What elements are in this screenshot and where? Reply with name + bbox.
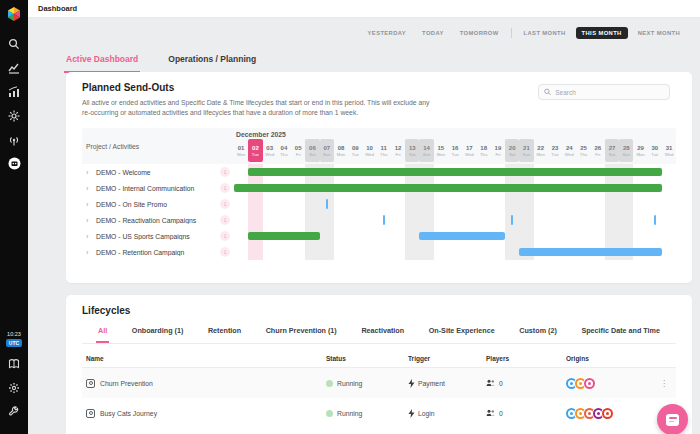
tools-wrench-icon[interactable] bbox=[7, 404, 22, 419]
gantt-bar[interactable] bbox=[248, 232, 319, 240]
gantt-day-14[interactable]: 14Sun bbox=[419, 139, 433, 162]
gantt-day-04[interactable]: 04Thu bbox=[277, 139, 291, 162]
status-running-dot bbox=[326, 380, 333, 387]
time-filter-yesterday[interactable]: YESTERDAY bbox=[362, 27, 413, 39]
gantt-day-24[interactable]: 24Wed bbox=[562, 139, 576, 162]
gantt-day-23[interactable]: 23Tue bbox=[548, 139, 562, 162]
chevron-right-icon[interactable]: › bbox=[86, 185, 92, 192]
chevron-right-icon[interactable]: › bbox=[86, 217, 92, 224]
project-count-badge: 1 bbox=[220, 183, 230, 193]
gantt-tick[interactable] bbox=[511, 215, 513, 225]
gantt-day-10[interactable]: 10Wed bbox=[362, 139, 376, 162]
time-filter-group: YESTERDAYTODAYTOMORROWLAST MONTHTHIS MON… bbox=[362, 27, 686, 39]
gantt-day-26[interactable]: 26Fri bbox=[591, 139, 605, 162]
lifecycle-tab-on-site-experience[interactable]: On-Site Experience bbox=[427, 321, 497, 343]
trigger-label: Login bbox=[418, 410, 435, 417]
cell-players: 0 bbox=[486, 379, 566, 387]
time-filter-tomorrow[interactable]: TOMORROW bbox=[454, 27, 505, 39]
chevron-right-icon[interactable]: › bbox=[86, 169, 92, 176]
project-count-badge: 1 bbox=[220, 167, 230, 177]
project-name[interactable]: DEMO - US Sports Campaigns bbox=[96, 233, 216, 240]
gantt-day-21[interactable]: 21Sun bbox=[519, 139, 533, 162]
gantt-day-31[interactable]: 31Wed bbox=[662, 139, 676, 162]
gantt-day-07[interactable]: 07Sun bbox=[320, 139, 334, 162]
gantt-day-30[interactable]: 30Tue bbox=[648, 139, 662, 162]
gantt-day-11[interactable]: 11Thu bbox=[377, 139, 391, 162]
lifecycle-name: Churn Prevention bbox=[100, 380, 153, 387]
leaderboard-icon[interactable] bbox=[7, 84, 22, 99]
gantt-tick[interactable] bbox=[326, 199, 328, 209]
project-name[interactable]: DEMO - Welcome bbox=[96, 169, 216, 176]
lifecycle-tab-specific-date-and-time[interactable]: Specific Date and Time bbox=[579, 321, 662, 343]
lifecycles-card: Lifecycles AllOnboarding (1)RetentionChu… bbox=[66, 295, 692, 434]
gantt-day-03[interactable]: 03Wed bbox=[263, 139, 277, 162]
gamification-icon[interactable] bbox=[7, 108, 22, 123]
gantt-day-18[interactable]: 18Thu bbox=[477, 139, 491, 162]
tab-operations-planning[interactable]: Operations / Planning bbox=[166, 48, 258, 73]
project-name[interactable]: DEMO - On Site Promo bbox=[96, 201, 216, 208]
gantt-day-08[interactable]: 08Mon bbox=[334, 139, 348, 162]
gantt-day-09[interactable]: 09Tue bbox=[348, 139, 362, 162]
project-row: ›DEMO - Internal Communication1 bbox=[82, 180, 234, 196]
gantt-day-16[interactable]: 16Tue bbox=[448, 139, 462, 162]
gantt-row bbox=[234, 180, 676, 196]
chevron-right-icon[interactable]: › bbox=[86, 233, 92, 240]
gantt-day-28[interactable]: 28Sun bbox=[619, 139, 633, 162]
gantt-day-17[interactable]: 17Wed bbox=[462, 139, 476, 162]
gantt-day-15[interactable]: 15Mon bbox=[434, 139, 448, 162]
chevron-right-icon[interactable]: › bbox=[86, 249, 92, 256]
docs-book-icon[interactable] bbox=[7, 356, 22, 371]
chat-launcher-button[interactable] bbox=[657, 404, 688, 434]
gantt-day-12[interactable]: 12Fri bbox=[391, 139, 405, 162]
project-name[interactable]: DEMO - Retention Campaign bbox=[96, 249, 216, 256]
lifecycle-tab-churn-prevention-1-[interactable]: Churn Prevention (1) bbox=[264, 321, 339, 343]
lifecycle-tab-custom-2-[interactable]: Custom (2) bbox=[517, 321, 559, 343]
cell-trigger: Payment bbox=[408, 379, 486, 388]
chevron-right-icon[interactable]: › bbox=[86, 201, 92, 208]
table-row[interactable]: Busy Cats JourneyRunningLogin0⋮ bbox=[82, 398, 676, 428]
time-filter-last-month[interactable]: LAST MONTH bbox=[518, 27, 572, 39]
gantt-tick[interactable] bbox=[383, 215, 385, 225]
lifecycle-tab-onboarding-1-[interactable]: Onboarding (1) bbox=[130, 321, 186, 343]
lifecycle-tab-all[interactable]: All bbox=[96, 321, 109, 343]
search-icon[interactable] bbox=[7, 36, 22, 51]
timezone-badge[interactable]: UTC bbox=[6, 339, 22, 347]
column-header-players: Players bbox=[486, 355, 566, 362]
time-filter-this-month[interactable]: THIS MONTH bbox=[576, 27, 628, 39]
broadcast-icon[interactable] bbox=[7, 132, 22, 147]
table-row[interactable]: Churn PreventionRunningPayment0⋮ bbox=[82, 368, 676, 398]
project-name[interactable]: DEMO - Internal Communication bbox=[96, 185, 216, 192]
gantt-day-01[interactable]: 01Mon bbox=[234, 139, 248, 162]
gantt-day-05[interactable]: 05Fri bbox=[291, 139, 305, 162]
column-header-origins: Origins bbox=[566, 355, 652, 362]
time-filter-today[interactable]: TODAY bbox=[416, 27, 450, 39]
gantt-day-13[interactable]: 13Sat bbox=[405, 139, 419, 162]
ai-bot-icon[interactable] bbox=[7, 156, 22, 171]
time-filter-next-month[interactable]: NEXT MONTH bbox=[632, 27, 686, 39]
gantt-bar[interactable] bbox=[248, 168, 661, 176]
gantt-bar[interactable] bbox=[234, 184, 662, 192]
gantt-day-25[interactable]: 25Thu bbox=[576, 139, 590, 162]
lightning-bolt-icon bbox=[408, 409, 415, 418]
row-menu-icon[interactable]: ⋮ bbox=[652, 379, 676, 388]
project-name[interactable]: DEMO - Reactivation Campaigns bbox=[96, 217, 216, 224]
settings-gear-icon[interactable] bbox=[7, 380, 22, 395]
gantt-bar[interactable] bbox=[519, 248, 662, 256]
analytics-chart-icon[interactable] bbox=[7, 60, 22, 75]
gantt-bar[interactable] bbox=[419, 232, 505, 240]
tab-active-dashboard[interactable]: Active Dashboard bbox=[64, 48, 140, 73]
gantt-day-06[interactable]: 06Sat bbox=[305, 139, 319, 162]
search-input[interactable] bbox=[555, 89, 664, 96]
gantt-timeline: December 2025 01Mon02Tue03Wed04Thu05Fri0… bbox=[234, 128, 676, 260]
gantt-day-20[interactable]: 20Sat bbox=[505, 139, 519, 162]
gantt-day-27[interactable]: 27Sat bbox=[605, 139, 619, 162]
gantt-day-02[interactable]: 02Tue bbox=[248, 139, 262, 162]
gantt-day-29[interactable]: 29Mon bbox=[633, 139, 647, 162]
lifecycle-tab-reactivation[interactable]: Reactivation bbox=[359, 321, 406, 343]
lifecycle-tab-retention[interactable]: Retention bbox=[206, 321, 243, 343]
gantt-day-22[interactable]: 22Mon bbox=[534, 139, 548, 162]
project-row: ›DEMO - US Sports Campaigns1 bbox=[82, 228, 234, 244]
gantt-day-19[interactable]: 19Fri bbox=[491, 139, 505, 162]
app-logo[interactable] bbox=[6, 6, 22, 22]
gantt-tick[interactable] bbox=[654, 215, 656, 225]
